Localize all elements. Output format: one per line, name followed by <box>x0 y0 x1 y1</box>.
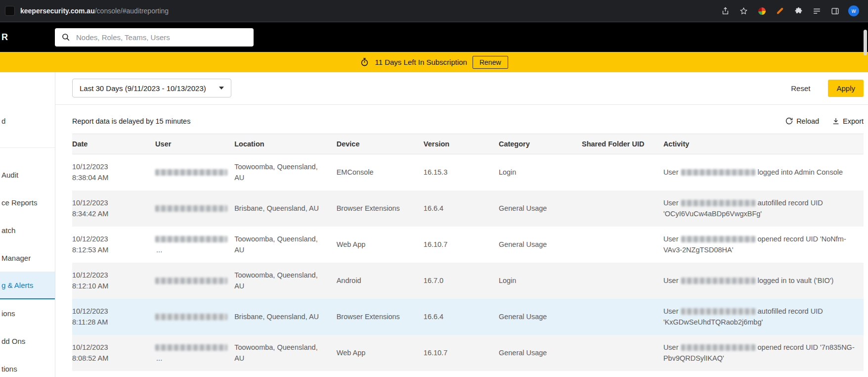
column-header-date: Date <box>72 140 155 148</box>
sidebar-item-label: Audit <box>1 171 18 179</box>
subscription-message: 11 Days Left In Subscription <box>375 58 467 66</box>
cell-device: Browser Extensions <box>337 312 424 323</box>
search-input[interactable] <box>75 33 247 42</box>
redacted-user <box>681 278 755 284</box>
keeper-logo-fragment: R <box>0 32 49 43</box>
export-label: Export <box>843 117 864 125</box>
redacted-user <box>681 236 755 242</box>
redacted-user <box>681 169 755 176</box>
cell-user <box>155 203 234 214</box>
sidebar: d Audit ce Reports atch Manager g & Aler… <box>0 72 55 377</box>
cell-user <box>155 276 234 286</box>
sidebar-item-2[interactable]: ce Reports <box>0 188 55 216</box>
table-body: 10/12/20238:38:04 AM Toowoomba, Queensla… <box>72 154 864 371</box>
cell-location: Brisbane, Queensland, AU <box>234 312 337 323</box>
extensions-puzzle-icon[interactable] <box>793 6 803 16</box>
cell-version: 16.15.3 <box>424 167 499 178</box>
cell-device: Android <box>337 276 424 286</box>
cell-category: General Usage <box>499 203 582 214</box>
export-button[interactable]: Export <box>832 117 864 125</box>
table-row-highlighted[interactable]: 10/12/20238:11:28 AM Brisbane, Queenslan… <box>72 299 864 335</box>
cell-user <box>155 312 234 323</box>
sidebar-item-label: ce Reports <box>1 198 38 207</box>
chevron-down-icon <box>219 87 224 90</box>
address-bar[interactable]: keepersecurity.com.au/console/#auditrepo… <box>20 7 169 15</box>
scrollbar-thumb[interactable] <box>864 30 867 55</box>
bookmark-star-icon[interactable] <box>738 6 748 16</box>
cell-activity: Userlogged into Admin Console <box>663 167 864 178</box>
reset-button[interactable]: Reset <box>788 84 813 93</box>
sidebar-section-divider <box>0 135 55 161</box>
redacted-user <box>681 200 755 206</box>
cell-location: Brisbane, Queensland, AU <box>234 203 337 214</box>
column-header-category: Category <box>499 140 582 148</box>
redacted-user <box>155 278 227 284</box>
reload-icon <box>785 117 793 125</box>
sidebar-item-3[interactable]: atch <box>0 216 55 244</box>
table-row[interactable]: 10/12/20238:08:52 AM ... Toowoomba, Quee… <box>72 335 864 371</box>
column-header-activity: Activity <box>663 140 864 148</box>
reload-label: Reload <box>796 117 819 125</box>
sidebar-item-4[interactable]: Manager <box>0 244 55 272</box>
cell-location: Toowoomba, Queensland, AU <box>234 162 337 184</box>
apply-button[interactable]: Apply <box>828 80 864 97</box>
cell-activity: Useropened record UID 'NoNfm-VAv3-2NZgTS… <box>663 234 864 256</box>
cell-device: Web App <box>337 348 424 359</box>
cell-user: ... <box>155 342 234 364</box>
sidebar-item-reporting-alerts[interactable]: g & Alerts <box>0 272 55 299</box>
sidebar-item-label: g & Alerts <box>1 281 33 289</box>
table-row[interactable]: 10/12/20238:34:42 AM Brisbane, Queenslan… <box>72 190 864 227</box>
sidebar-item-label: Manager <box>1 254 31 262</box>
cell-date: 10/12/20238:11:28 AM <box>72 306 155 328</box>
site-icon[interactable] <box>5 6 15 16</box>
cell-version: 16.6.4 <box>424 312 499 323</box>
table-row[interactable]: 10/12/20238:12:10 AM Toowoomba, Queensla… <box>72 263 864 299</box>
search-box[interactable] <box>55 28 254 47</box>
filter-row: Last 30 Days (9/11/2023 - 10/13/2023) Re… <box>72 78 864 98</box>
cell-version: 16.10.7 <box>424 239 499 250</box>
reload-button[interactable]: Reload <box>785 117 819 125</box>
stopwatch-icon <box>360 57 369 67</box>
cell-version: 16.10.7 <box>424 348 499 359</box>
sidebar-item-1[interactable]: Audit <box>0 161 55 188</box>
sidebar-item-label: dd Ons <box>1 337 25 345</box>
sidebar-item-6[interactable]: ions <box>0 299 55 327</box>
cell-activity: Useropened record UID '7n835NG-Pbv9QRDSy… <box>663 342 864 364</box>
date-range-dropdown[interactable]: Last 30 Days (9/11/2023 - 10/13/2023) <box>72 79 231 97</box>
audit-table: Date User Location Device Version Catego… <box>72 134 864 371</box>
browser-actions: w <box>720 5 859 16</box>
share-icon[interactable] <box>720 6 730 16</box>
cell-activity: Userautofilled record UID 'OCyI6VuCw4aBD… <box>663 198 864 220</box>
sidebar-item-label: d <box>1 117 5 125</box>
table-row[interactable]: 10/12/20238:38:04 AM Toowoomba, Queensla… <box>72 154 864 190</box>
cell-location: Toowoomba, Queensland, AU <box>234 342 337 364</box>
reading-list-icon[interactable] <box>812 6 822 16</box>
colorful-extension-icon[interactable] <box>757 6 767 16</box>
redacted-user <box>155 344 227 351</box>
sidebar-item-0[interactable]: d <box>0 107 55 135</box>
sidebar-item-8[interactable]: tions <box>0 355 55 377</box>
profile-avatar[interactable]: w <box>848 5 859 16</box>
cell-device: Browser Extensions <box>337 203 424 214</box>
renew-button[interactable]: Renew <box>473 56 508 69</box>
filter-divider <box>55 104 868 105</box>
redacted-user <box>681 308 755 315</box>
cell-activity: Userautofilled record UID 'KxGDwSeUhdTQR… <box>663 306 864 328</box>
cell-date: 10/12/20238:12:10 AM <box>72 270 155 292</box>
cell-user <box>155 167 234 178</box>
column-header-user: User <box>155 140 234 148</box>
cell-category: General Usage <box>499 348 582 359</box>
side-panel-icon[interactable] <box>830 6 840 16</box>
cell-device: EMConsole <box>337 167 424 178</box>
url-host: keepersecurity.com.au <box>20 7 95 15</box>
user-ellipsis: ... <box>156 354 162 362</box>
table-row[interactable]: 10/12/20238:12:53 AM ... Toowoomba, Quee… <box>72 227 864 263</box>
sidebar-item-7[interactable]: dd Ons <box>0 327 55 355</box>
redacted-user <box>681 344 755 351</box>
user-ellipsis: ... <box>156 246 162 254</box>
sidebar-item-label: ions <box>1 309 15 318</box>
app-header: R <box>0 22 868 52</box>
cell-device: Web App <box>337 239 424 250</box>
pencil-extension-icon[interactable] <box>775 6 785 16</box>
table-header-row: Date User Location Device Version Catego… <box>72 134 864 154</box>
